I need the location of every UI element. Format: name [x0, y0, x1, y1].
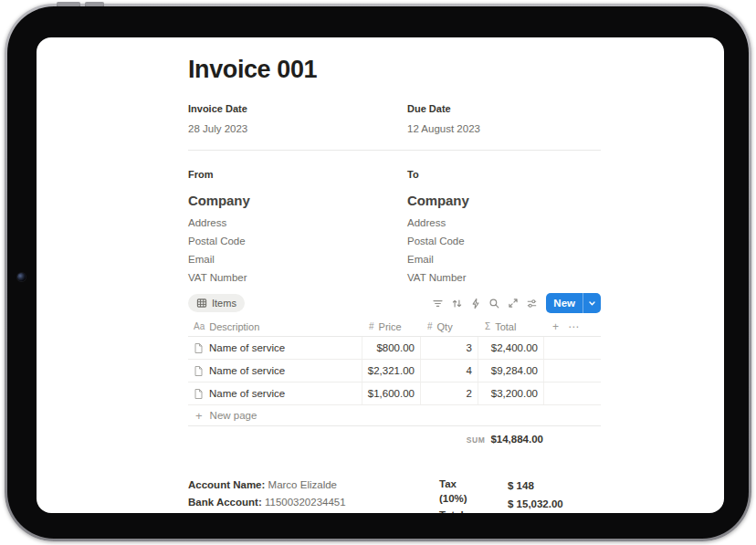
column-header-price[interactable]: # Price	[362, 317, 420, 336]
items-view-label: Items	[212, 298, 236, 309]
invoice-date-value: 28 July 2023	[188, 122, 407, 136]
description-text: Name of service	[209, 342, 285, 353]
number-type-icon: #	[427, 321, 433, 331]
table-icon	[196, 298, 207, 309]
add-column-button[interactable]: +	[552, 320, 559, 333]
tablet-bezel: Invoice 001 Invoice Date 28 July 2023 Du…	[7, 6, 749, 539]
new-page-button[interactable]: + New page	[188, 405, 601, 426]
from-vat-number: VAT Number	[188, 268, 407, 287]
price-cell[interactable]: $1,600.00	[362, 383, 420, 404]
description-text: Name of service	[209, 365, 285, 376]
qty-cell[interactable]: 4	[420, 360, 478, 382]
expand-icon[interactable]	[508, 298, 519, 309]
from-company: Company	[188, 192, 407, 209]
to-label: To	[407, 168, 601, 181]
sort-icon[interactable]	[451, 298, 463, 309]
table-row[interactable]: Name of service $800.00 3 $2,400.00	[188, 337, 601, 360]
section-divider	[188, 150, 601, 151]
total-value: $ 15,032.00	[508, 495, 601, 513]
from-block: From Company Address Postal Code Email V…	[188, 168, 407, 287]
payment-section: Account Name: Marco Elizalde Bank Accoun…	[188, 477, 601, 513]
total-label: Total	[439, 508, 483, 513]
more-options-button[interactable]: ⋯	[568, 320, 579, 333]
description-cell[interactable]: Name of service	[188, 360, 362, 382]
bank-account-label: Bank Account:	[188, 497, 262, 508]
due-date-label: Due Date	[407, 102, 601, 115]
account-name-label: Account Name:	[188, 479, 265, 490]
page-icon	[194, 365, 204, 377]
price-cell[interactable]: $800.00	[362, 337, 420, 359]
due-date-value: 12 August 2023	[407, 122, 601, 136]
bank-account-value: 11500320234451	[265, 497, 346, 508]
invoice-document: Invoice 001 Invoice Date 28 July 2023 Du…	[188, 37, 601, 513]
bank-details: Account Name: Marco Elizalde Bank Accoun…	[188, 477, 439, 513]
column-header-extra: + ⋯	[543, 317, 601, 336]
total-cell[interactable]: $2,400.00	[478, 337, 543, 359]
formula-type-icon: Σ	[485, 321, 490, 331]
table-row[interactable]: Name of service $2,321.00 4 $9,284.00	[188, 360, 601, 383]
front-camera	[17, 273, 26, 281]
empty-cell	[543, 360, 601, 382]
totals-values: $ 148 $ 15,032.00	[508, 477, 601, 513]
filter-icon[interactable]	[432, 298, 444, 309]
new-button-group: New	[546, 293, 601, 313]
to-email: Email	[407, 250, 601, 268]
qty-cell[interactable]: 3	[420, 337, 478, 359]
from-postal-code: Postal Code	[188, 232, 407, 250]
totals-labels: Tax (10%) Total	[439, 477, 483, 513]
bank-account-line: Bank Account: 11500320234451	[188, 494, 439, 511]
description-text: Name of service	[209, 388, 285, 399]
description-cell[interactable]: Name of service	[188, 337, 362, 359]
due-date-field: Due Date 12 August 2023	[407, 102, 601, 136]
qty-cell[interactable]: 2	[420, 383, 478, 404]
column-header-description[interactable]: Aa Description	[188, 317, 362, 336]
column-label: Qty	[437, 321, 453, 332]
total-cell[interactable]: $3,200.00	[478, 383, 543, 404]
chevron-down-icon	[588, 299, 596, 308]
database-toolbar: Items	[188, 292, 601, 314]
zap-icon[interactable]	[470, 298, 481, 309]
page-title: Invoice 001	[188, 56, 601, 83]
from-details: Address Postal Code Email VAT Number	[188, 214, 407, 287]
column-label: Total	[495, 321, 516, 332]
screen: Invoice 001 Invoice Date 28 July 2023 Du…	[37, 37, 724, 513]
new-dropdown-button[interactable]	[583, 293, 601, 313]
account-name-line: Account Name: Marco Elizalde	[188, 477, 439, 494]
tune-icon[interactable]	[526, 298, 538, 309]
invoice-date-field: Invoice Date 28 July 2023	[188, 102, 407, 136]
page-icon	[194, 388, 204, 400]
parties-section: From Company Address Postal Code Email V…	[188, 168, 601, 287]
items-table: Aa Description # Price # Qty Σ	[188, 317, 601, 445]
empty-cell	[543, 383, 601, 404]
tax-value: $ 148	[508, 477, 601, 495]
sum-row[interactable]: SUM $14,884.00	[188, 434, 601, 445]
column-label: Description	[209, 321, 259, 332]
from-email: Email	[188, 250, 407, 268]
new-page-label: New page	[210, 410, 257, 421]
price-cell[interactable]: $2,321.00	[362, 360, 420, 382]
column-header-total[interactable]: Σ Total	[478, 317, 543, 336]
to-address: Address	[407, 214, 601, 232]
to-details: Address Postal Code Email VAT Number	[407, 214, 601, 287]
items-view-tab[interactable]: Items	[188, 294, 245, 312]
bank-name-line: Bank Name: Bank	[188, 511, 439, 513]
from-label: From	[188, 168, 407, 181]
column-header-qty[interactable]: # Qty	[420, 317, 478, 336]
sum-label: SUM	[467, 435, 486, 445]
description-cell[interactable]: Name of service	[188, 383, 362, 404]
total-cell[interactable]: $9,284.00	[478, 360, 543, 382]
tax-label: Tax (10%)	[439, 477, 483, 506]
account-name-value: Marco Elizalde	[268, 479, 337, 490]
number-type-icon: #	[369, 321, 374, 331]
from-address: Address	[188, 214, 407, 232]
to-company: Company	[407, 192, 601, 209]
invoice-date-label: Invoice Date	[188, 102, 407, 115]
new-button[interactable]: New	[546, 293, 583, 313]
plus-icon: +	[195, 410, 203, 422]
table-row[interactable]: Name of service $1,600.00 2 $3,200.00	[188, 383, 601, 405]
to-postal-code: Postal Code	[407, 232, 601, 250]
to-block: To Company Address Postal Code Email VAT…	[407, 168, 601, 287]
to-vat-number: VAT Number	[407, 268, 601, 287]
search-icon[interactable]	[488, 298, 500, 309]
toolbar-icons	[432, 298, 538, 309]
